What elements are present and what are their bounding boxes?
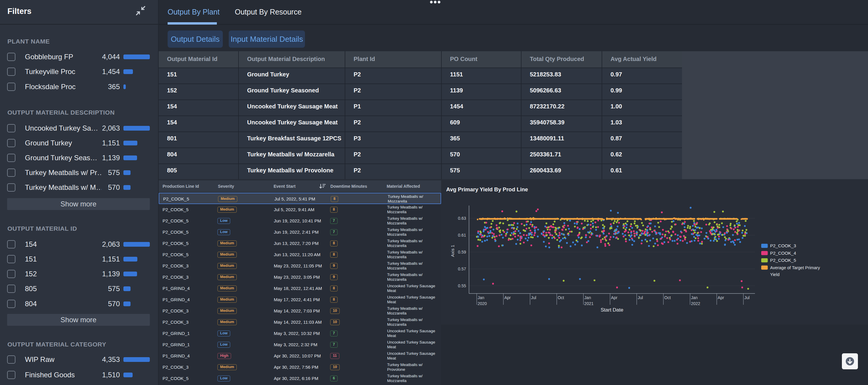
svg-text:Apr: Apr	[718, 295, 724, 300]
svg-text:Axis 1: Axis 1	[450, 245, 455, 257]
svg-text:2020: 2020	[477, 301, 487, 306]
svg-text:Jul: Jul	[531, 295, 536, 300]
svg-text:Apr: Apr	[504, 295, 511, 300]
svg-text:Jul: Jul	[744, 295, 750, 300]
svg-text:P2_COOK_5: P2_COOK_5	[770, 258, 796, 263]
svg-text:Jan: Jan	[477, 295, 485, 300]
svg-text:2022: 2022	[691, 301, 700, 306]
svg-text:2021: 2021	[584, 301, 594, 306]
svg-text:0.55: 0.55	[458, 283, 466, 288]
svg-text:P2_COOK_4: P2_COOK_4	[770, 250, 796, 255]
svg-text:0.63: 0.63	[458, 216, 466, 221]
svg-text:Jan: Jan	[584, 295, 591, 300]
svg-text:Oct: Oct	[558, 295, 564, 300]
svg-text:Apr: Apr	[611, 295, 618, 300]
svg-text:Average of Target Primary: Average of Target Primary	[770, 265, 820, 270]
svg-text:0.61: 0.61	[458, 233, 466, 238]
svg-text:0.59: 0.59	[458, 250, 466, 254]
svg-text:Yield: Yield	[770, 272, 780, 277]
svg-text:Avg Primary Yield By Prod Line: Avg Primary Yield By Prod Line	[446, 186, 528, 193]
svg-text:Oct: Oct	[664, 295, 671, 300]
svg-text:P2_COOK_3: P2_COOK_3	[770, 243, 796, 248]
svg-text:0.57: 0.57	[458, 267, 466, 271]
svg-text:Start Date: Start Date	[601, 307, 624, 313]
svg-text:Jul: Jul	[638, 295, 643, 300]
svg-text:Jan: Jan	[691, 295, 698, 300]
